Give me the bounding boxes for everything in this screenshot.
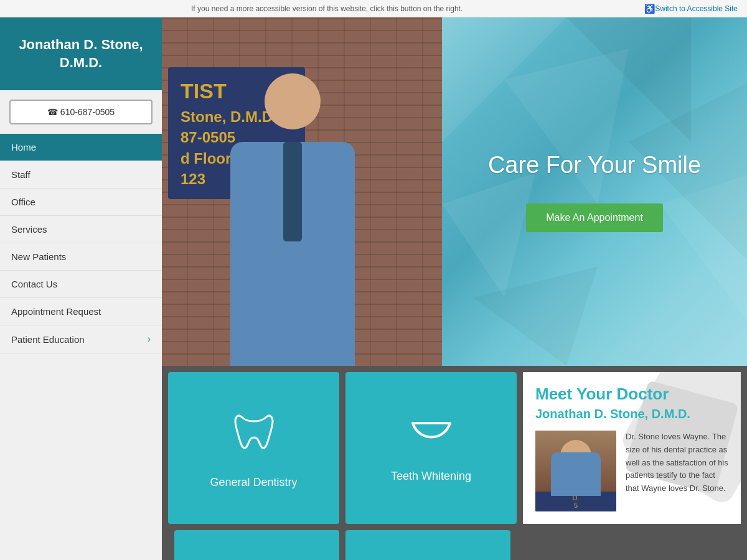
doctor-body-small bbox=[551, 452, 601, 496]
accessibility-icon: ♿ bbox=[644, 4, 655, 14]
doctor-panel: Meet Your Doctor Jonathan D. Stone, D.M.… bbox=[523, 372, 741, 524]
nav-item-new-patients[interactable]: New Patients bbox=[0, 243, 162, 271]
teeth-whitening-label: Teeth Whitening bbox=[391, 470, 471, 483]
hero-section: TIST Stone, D.M.D. 87-0505 d Floor 123 bbox=[162, 17, 747, 366]
nav-item-contact-us[interactable]: Contact Us bbox=[0, 271, 162, 298]
svg-marker-5 bbox=[660, 173, 747, 329]
smile-icon bbox=[406, 414, 456, 457]
nav-item-appointment-request[interactable]: Appointment Request bbox=[0, 298, 162, 325]
service-card-3[interactable] bbox=[174, 530, 339, 560]
service-card-teeth-whitening[interactable]: Teeth Whitening bbox=[345, 372, 517, 524]
nav-item-staff[interactable]: Staff bbox=[0, 161, 162, 189]
doctor-photo: D.5 bbox=[535, 431, 616, 511]
smile-svg bbox=[406, 414, 456, 451]
service-cards-row: General Dentistry Teeth Whitening bbox=[168, 372, 741, 524]
general-dentistry-label: General Dentistry bbox=[210, 476, 297, 489]
doctor-description: Dr. Stone loves Wayne. The size of his d… bbox=[626, 431, 728, 511]
nav-item-services[interactable]: Services bbox=[0, 216, 162, 243]
hero-right-panel: Care For Your Smile Make An Appointment bbox=[442, 17, 747, 366]
geometric-bg-svg bbox=[442, 17, 747, 366]
doctor-name-header: Jonathan D. Stone,D.M.D. bbox=[19, 37, 143, 70]
tooth-icon bbox=[229, 408, 279, 464]
accessibility-bar: If you need a more accessible version of… bbox=[0, 0, 747, 17]
svg-marker-4 bbox=[442, 173, 535, 297]
person-body bbox=[230, 142, 355, 366]
appointment-button[interactable]: Make An Appointment bbox=[526, 203, 663, 232]
person-tie bbox=[283, 142, 302, 241]
geo-shapes-bg bbox=[442, 17, 747, 366]
service-card-general-dentistry[interactable]: General Dentistry bbox=[168, 372, 339, 524]
nav-item-patient-education[interactable]: Patient Education › bbox=[0, 325, 162, 353]
nav-item-office[interactable]: Office bbox=[0, 189, 162, 216]
tooth-svg bbox=[229, 408, 279, 457]
bottom-service-cards bbox=[168, 530, 741, 560]
accessible-site-link[interactable]: Switch to Accessible Site bbox=[655, 4, 738, 13]
content-area: General Dentistry Teeth Whitening bbox=[162, 366, 747, 560]
nav-menu: Home Staff Office Services New Patients … bbox=[0, 134, 162, 560]
hero-photo: TIST Stone, D.M.D. 87-0505 d Floor 123 bbox=[162, 17, 442, 366]
accessibility-message: If you need a more accessible version of… bbox=[9, 4, 644, 13]
doctor-name: Jonathan D. Stone, D.M.D. bbox=[535, 407, 728, 421]
sidebar: Jonathan D. Stone,D.M.D. ☎ 610-687-0505 … bbox=[0, 17, 162, 560]
service-card-4[interactable] bbox=[345, 530, 510, 560]
sidebar-header: Jonathan D. Stone,D.M.D. bbox=[0, 17, 162, 90]
meet-doctor-title: Meet Your Doctor bbox=[535, 385, 728, 404]
bottom-right-space bbox=[517, 530, 735, 560]
doctor-content: D.5 Dr. Stone loves Wayne. The size of h… bbox=[535, 431, 728, 511]
chevron-right-icon: › bbox=[148, 334, 151, 345]
svg-marker-6 bbox=[473, 266, 598, 366]
main-content: TIST Stone, D.M.D. 87-0505 d Floor 123 bbox=[162, 17, 747, 560]
phone-button[interactable]: ☎ 610-687-0505 bbox=[9, 100, 153, 124]
doctor-photo-inner: D.5 bbox=[535, 431, 616, 511]
person-head bbox=[265, 73, 321, 129]
main-layout: Jonathan D. Stone,D.M.D. ☎ 610-687-0505 … bbox=[0, 17, 747, 560]
nav-item-home[interactable]: Home bbox=[0, 134, 162, 161]
hero-photo-bg: TIST Stone, D.M.D. 87-0505 d Floor 123 bbox=[162, 17, 442, 366]
doctor-figure bbox=[199, 55, 386, 366]
hero-title: Care For Your Smile bbox=[488, 152, 701, 179]
